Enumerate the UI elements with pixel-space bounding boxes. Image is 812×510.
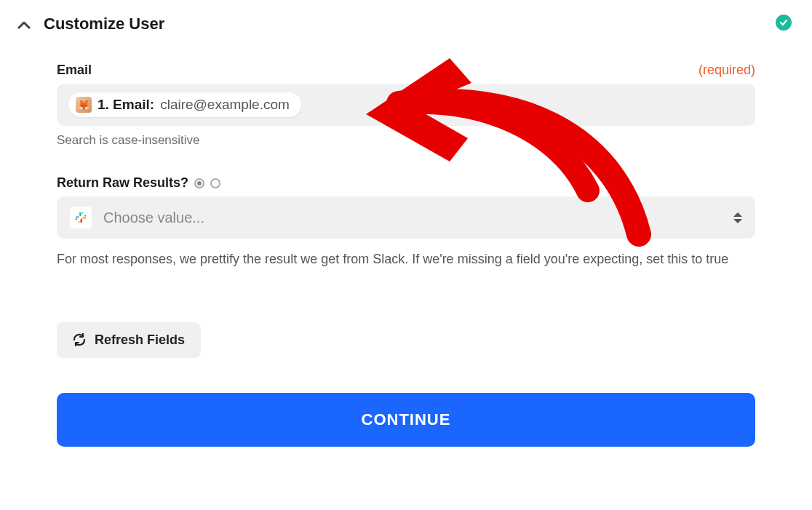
chevron-up-icon[interactable] [17, 20, 31, 28]
raw-results-label-row: Return Raw Results? [57, 175, 755, 191]
raw-results-select[interactable]: Choose value... [57, 196, 755, 239]
select-placeholder: Choose value... [103, 210, 204, 226]
svg-rect-0 [76, 216, 80, 218]
radio-option-default[interactable] [194, 178, 204, 188]
email-label-row: Email (required) [57, 63, 755, 78]
status-complete-badge [776, 15, 792, 31]
refresh-icon [73, 333, 86, 346]
radio-option-custom[interactable] [210, 178, 220, 188]
continue-button[interactable]: CONTINUE [57, 393, 755, 447]
app-icon: 🦊 [76, 97, 92, 113]
slack-icon [70, 207, 92, 228]
svg-point-5 [81, 212, 83, 214]
svg-point-4 [76, 218, 77, 220]
svg-point-7 [79, 221, 80, 223]
raw-results-description: For most responses, we prettify the resu… [57, 249, 755, 270]
pill-value: claire@example.com [160, 97, 290, 113]
email-value-pill[interactable]: 🦊 1. Email: claire@example.com [68, 92, 301, 117]
section-header: Customize User [0, 15, 812, 33]
sort-arrows-icon [733, 212, 742, 223]
raw-results-label: Return Raw Results? [57, 175, 188, 191]
svg-rect-2 [82, 218, 87, 219]
refresh-fields-button[interactable]: Refresh Fields [57, 322, 201, 358]
pill-prefix: 1. Email: [97, 97, 154, 113]
section-title: Customize User [44, 15, 164, 33]
svg-rect-3 [81, 219, 82, 223]
svg-point-6 [84, 215, 86, 217]
svg-rect-1 [79, 212, 81, 217]
email-input[interactable]: 🦊 1. Email: claire@example.com [57, 84, 755, 126]
required-tag: (required) [698, 63, 755, 78]
refresh-label: Refresh Fields [95, 332, 185, 348]
email-label: Email [57, 63, 92, 78]
email-helper-text: Search is case-insensitive [57, 133, 755, 148]
